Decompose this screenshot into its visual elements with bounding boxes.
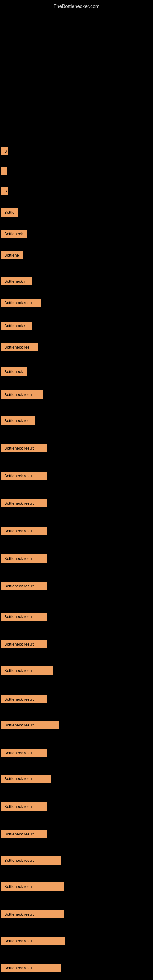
- bottleneck-result-item[interactable]: Bottleneck result: [1, 802, 46, 811]
- bottleneck-result-item[interactable]: Bottleneck r: [1, 321, 32, 330]
- bottleneck-result-item[interactable]: Bottleneck result: [1, 775, 51, 783]
- bottleneck-result-item[interactable]: Bottleneck: [1, 368, 27, 376]
- bottleneck-result-item[interactable]: Bottleneck result: [1, 721, 59, 729]
- bottleneck-result-item[interactable]: Bottleneck resu: [1, 299, 41, 307]
- bottleneck-result-item[interactable]: Bottleneck result: [1, 444, 46, 452]
- bottleneck-result-item[interactable]: Bottleneck res: [1, 343, 38, 351]
- bottleneck-result-item[interactable]: Bottleneck result: [1, 937, 65, 945]
- bottleneck-result-item[interactable]: Bottleneck result: [1, 612, 46, 621]
- bottleneck-result-item[interactable]: Bottleneck result: [1, 472, 46, 480]
- bottleneck-result-item[interactable]: Bottleneck result: [1, 527, 46, 535]
- bottleneck-result-item[interactable]: Bottleneck result: [1, 910, 64, 918]
- bottleneck-result-item[interactable]: Bottleneck r: [1, 277, 32, 285]
- bottleneck-result-item[interactable]: Bottleneck re: [1, 417, 35, 425]
- bottleneck-result-item[interactable]: Bottle: [1, 208, 18, 216]
- bottleneck-result-item[interactable]: Bottleneck result: [1, 554, 46, 563]
- bottleneck-result-item[interactable]: Bottleneck result: [1, 499, 46, 508]
- bottleneck-result-item[interactable]: I: [1, 167, 7, 175]
- bottleneck-result-item[interactable]: Bottleneck result: [1, 695, 46, 703]
- bottleneck-result-item[interactable]: Bottleneck result: [1, 582, 46, 590]
- site-title: TheBottlenecker.com: [0, 0, 153, 12]
- bottleneck-result-item[interactable]: Bottleneck result: [1, 856, 61, 865]
- bottleneck-result-item[interactable]: B: [1, 147, 8, 155]
- bottleneck-result-item[interactable]: Bottleneck result: [1, 882, 64, 891]
- bottleneck-result-item[interactable]: Bottleneck result: [1, 964, 61, 972]
- bottleneck-result-item[interactable]: Bottlene: [1, 251, 22, 259]
- bottleneck-result-item[interactable]: Bottleneck result: [1, 749, 46, 757]
- bottleneck-result-item[interactable]: Bottleneck resul: [1, 390, 43, 399]
- bottleneck-result-item[interactable]: Bottleneck result: [1, 640, 46, 648]
- bottleneck-result-item[interactable]: B: [1, 187, 8, 195]
- bottleneck-result-item[interactable]: Bottleneck: [1, 230, 27, 238]
- bottleneck-result-item[interactable]: Bottleneck result: [1, 830, 46, 838]
- bottleneck-result-item[interactable]: Bottleneck result: [1, 667, 53, 675]
